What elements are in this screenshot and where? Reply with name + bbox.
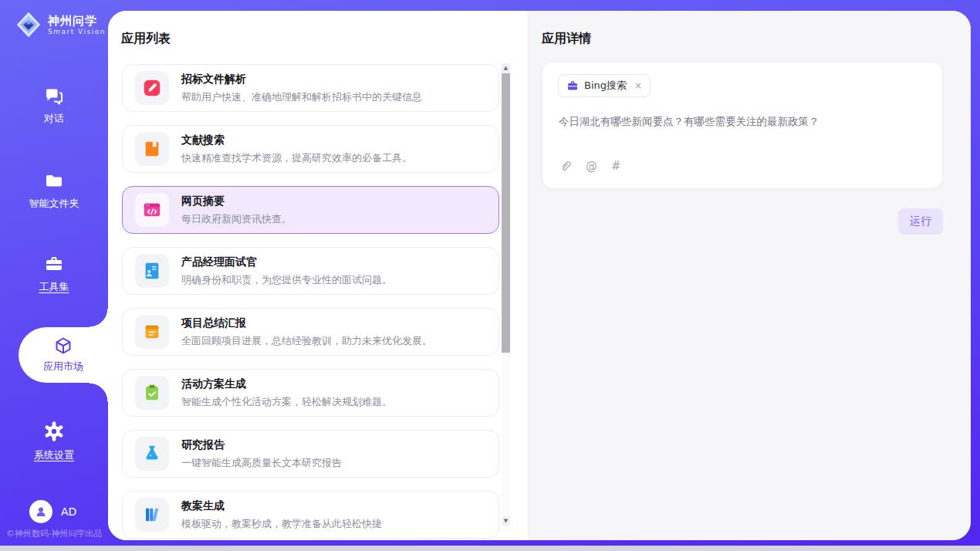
app-card-web-summary-selected[interactable]: 网页摘要 每日政府新闻资讯快查。 bbox=[122, 186, 499, 234]
app-detail-pane: 应用详情 Bing搜索 × 今日湖北有哪些新闻要点？有哪些需要关注的最新政策？ … bbox=[527, 11, 971, 540]
app-description: 每日政府新闻资讯快查。 bbox=[181, 212, 292, 226]
user-initials: AD bbox=[61, 505, 76, 518]
chat-icon bbox=[43, 85, 65, 106]
sidebar-item-label: 智能文件夹 bbox=[29, 197, 79, 211]
tool-tag-label: Bing搜索 bbox=[584, 79, 627, 93]
app-card-research-report[interactable]: 研究报告 一键智能生成高质量长文本研究报告 bbox=[122, 430, 499, 478]
active-tab-notch-top bbox=[90, 309, 108, 327]
folder-icon bbox=[43, 170, 65, 191]
app-card-event-plan-generator[interactable]: 活动方案生成 智能生成个性化活动方案，轻松解决规划难题。 bbox=[122, 369, 499, 417]
sidebar: 神州问学 Smart Vision 对话 智能文件夹 工具集 bbox=[0, 0, 108, 551]
copyright-text: ©神州数码·神州问学出品 bbox=[6, 528, 114, 539]
active-tab-notch-bottom bbox=[90, 383, 108, 401]
app-card-project-summary[interactable]: 项目总结汇报 全面回顾项目进展，总结经验教训，助力未来优化发展。 bbox=[122, 308, 499, 356]
resume-person-icon bbox=[135, 254, 169, 288]
browser-code-icon bbox=[135, 193, 169, 227]
main-panel: 应用列表 招标文件解析 帮助用户快速、准确地理解和解析招标书中的关键信息 bbox=[108, 11, 971, 540]
app-list-pane: 应用列表 招标文件解析 帮助用户快速、准确地理解和解析招标书中的关键信息 bbox=[108, 11, 527, 540]
bottom-edge-strip bbox=[0, 546, 980, 551]
query-input-card[interactable]: Bing搜索 × 今日湖北有哪些新闻要点？有哪些需要关注的最新政策？ @ # bbox=[542, 62, 943, 189]
briefcase-icon bbox=[566, 79, 579, 92]
app-card-lesson-plan-generator[interactable]: 教案生成 模板驱动，教案秒成，教学准备从此轻松快捷 bbox=[122, 491, 499, 539]
app-name: 项目总结汇报 bbox=[181, 316, 432, 330]
gear-icon bbox=[42, 420, 66, 443]
query-text[interactable]: 今日湖北有哪些新闻要点？有哪些需要关注的最新政策？ bbox=[559, 115, 925, 129]
tool-tag-bing-search[interactable]: Bing搜索 × bbox=[558, 74, 651, 97]
brand-name: 神州问学 bbox=[48, 14, 106, 28]
app-detail-title: 应用详情 bbox=[542, 31, 591, 47]
cube-icon bbox=[52, 335, 74, 357]
tag-close-icon[interactable]: × bbox=[634, 80, 642, 91]
clipboard-check-icon bbox=[135, 376, 169, 410]
scroll-down-button[interactable]: ▼ bbox=[502, 516, 510, 526]
scroll-up-button[interactable]: ▲ bbox=[502, 63, 510, 73]
flask-icon bbox=[135, 437, 169, 471]
app-description: 一键智能生成高质量长文本研究报告 bbox=[181, 456, 342, 470]
book-icon bbox=[135, 132, 169, 166]
diamond-logo-icon bbox=[14, 10, 43, 39]
app-card-list: 招标文件解析 帮助用户快速、准确地理解和解析招标书中的关键信息 文献搜索 快速精… bbox=[122, 64, 499, 539]
app-name: 文献搜索 bbox=[181, 134, 412, 147]
mention-icon[interactable]: @ bbox=[586, 159, 597, 173]
app-description: 快速精准查找学术资源，提高研究效率的必备工具。 bbox=[181, 151, 412, 165]
paperclip-icon[interactable] bbox=[559, 159, 572, 173]
run-button[interactable]: 运行 bbox=[898, 208, 943, 235]
report-notes-icon bbox=[135, 315, 169, 349]
avatar bbox=[29, 500, 52, 523]
brand-tagline: Smart Vision bbox=[48, 28, 106, 35]
app-description: 明确身份和职责，为您提供专业性的面试问题。 bbox=[181, 273, 392, 287]
pen-document-icon bbox=[135, 71, 169, 105]
books-icon bbox=[135, 498, 169, 532]
person-icon bbox=[35, 505, 47, 518]
sidebar-item-label: 对话 bbox=[44, 112, 64, 126]
app-name: 活动方案生成 bbox=[181, 377, 392, 391]
app-name: 网页摘要 bbox=[181, 194, 292, 208]
app-name: 研究报告 bbox=[181, 438, 342, 452]
app-card-literature-search[interactable]: 文献搜索 快速精准查找学术资源，提高研究效率的必备工具。 bbox=[122, 125, 499, 173]
app-name: 产品经理面试官 bbox=[181, 255, 392, 269]
app-description: 智能生成个性化活动方案，轻松解决规划难题。 bbox=[181, 395, 392, 409]
sidebar-item-smart-folder[interactable]: 智能文件夹 bbox=[0, 170, 108, 211]
app-description: 全面回顾项目进展，总结经验教训，助力未来优化发展。 bbox=[181, 334, 432, 348]
app-name: 教案生成 bbox=[181, 499, 382, 513]
toolbox-icon bbox=[43, 253, 65, 275]
app-card-pm-interviewer[interactable]: 产品经理面试官 明确身份和职责，为您提供专业性的面试问题。 bbox=[122, 247, 499, 295]
scrollbar-thumb[interactable] bbox=[502, 73, 510, 353]
app-description: 帮助用户快速、准确地理解和解析招标书中的关键信息 bbox=[181, 90, 422, 104]
app-description: 模板驱动，教案秒成，教学准备从此轻松快捷 bbox=[181, 517, 382, 531]
hash-icon[interactable]: # bbox=[611, 159, 621, 173]
app-card-bid-document-parsing[interactable]: 招标文件解析 帮助用户快速、准确地理解和解析招标书中的关键信息 bbox=[122, 64, 499, 112]
sidebar-item-label: 系统设置 bbox=[34, 448, 74, 462]
app-list-title: 应用列表 bbox=[121, 31, 171, 47]
sidebar-item-app-market-active[interactable]: 应用市场 bbox=[19, 327, 108, 383]
sidebar-item-system-settings[interactable]: 系统设置 bbox=[0, 420, 108, 462]
sidebar-item-label: 工具集 bbox=[39, 280, 69, 294]
app-name: 招标文件解析 bbox=[181, 73, 422, 86]
sidebar-item-toolset[interactable]: 工具集 bbox=[0, 253, 108, 294]
app-logo: 神州问学 Smart Vision bbox=[14, 10, 106, 39]
user-account[interactable]: AD bbox=[29, 500, 76, 523]
composer-toolbar: @ # bbox=[559, 159, 621, 173]
app-list-scrollbar[interactable]: ▲ ▼ bbox=[502, 63, 510, 526]
sidebar-item-chat[interactable]: 对话 bbox=[0, 85, 108, 126]
sidebar-item-label: 应用市场 bbox=[43, 360, 83, 374]
